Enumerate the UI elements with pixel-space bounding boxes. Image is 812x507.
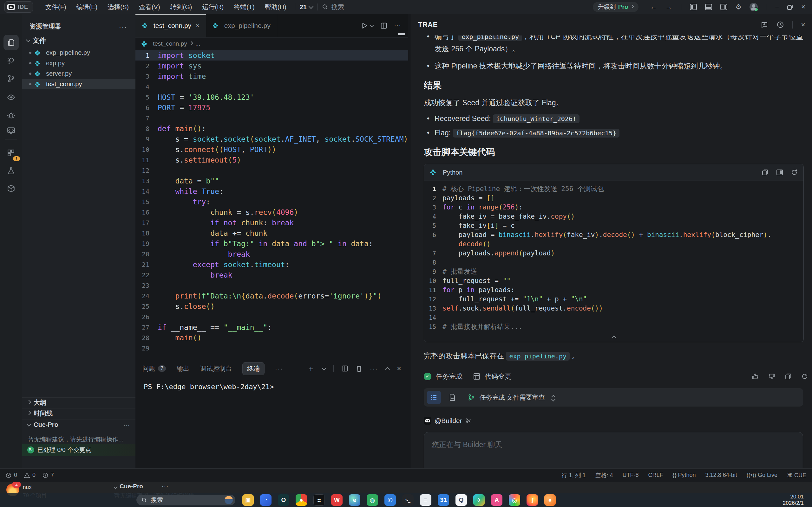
breadcrumb[interactable]: test_conn.py ... <box>136 38 408 50</box>
activity-package-box-icon[interactable] <box>3 181 19 196</box>
split-terminal-icon[interactable] <box>341 365 348 372</box>
status-errors[interactable]: 0 <box>6 472 17 478</box>
nav-forward-button[interactable]: → <box>661 3 676 10</box>
taskbar-search[interactable]: 搜索 <box>136 495 235 505</box>
taskbar-app-atom-icon[interactable]: ◎ <box>509 494 520 506</box>
cue-pro-status-bar[interactable]: ↻ 已处理 0/0 个变更点 <box>22 444 136 456</box>
activity-extensions-warning-icon[interactable]: ! <box>3 146 19 161</box>
activity-explorer-icon[interactable] <box>3 35 19 50</box>
taskbar-app-app-phone-icon[interactable]: ✆ <box>385 494 396 506</box>
status-item-1[interactable]: 空格: 4 <box>595 471 613 479</box>
activity-code-console-icon[interactable] <box>3 123 19 138</box>
status-item-0[interactable]: 行 1, 列 1 <box>561 471 586 479</box>
taskbar-app-app-blue-icon[interactable]: ◔ <box>260 494 271 506</box>
sidebar-more-button[interactable]: ··· <box>119 23 127 31</box>
close-window-button[interactable]: × <box>797 3 809 10</box>
files-section-header[interactable]: 文件 <box>27 36 46 45</box>
taskbar-app-orange-ball-icon[interactable]: ● <box>544 494 556 506</box>
menu-item-5[interactable]: 运行(R) <box>198 1 228 13</box>
taskbar-app-calendar-icon[interactable]: 31 <box>438 494 449 506</box>
regenerate-icon[interactable] <box>801 373 808 380</box>
code-changes-label[interactable]: 代码变更 <box>485 371 511 383</box>
status-warnings[interactable]: 0 <box>24 472 36 478</box>
status-item-3[interactable]: CRLF <box>648 472 663 478</box>
taskbar-app-apifox-icon[interactable]: A <box>491 494 502 506</box>
terminal-prompt[interactable]: PS F:\edge browser\web-2day\21> <box>144 383 274 391</box>
panel-tab-终端[interactable]: 终端 <box>243 362 264 375</box>
review-list-button[interactable] <box>427 391 441 404</box>
activity-search-icon[interactable] <box>3 53 19 68</box>
outline-section[interactable]: 大纲 <box>22 397 136 407</box>
editor-tab-exp_pipeline.py[interactable]: exp_pipeline.py <box>206 14 277 38</box>
review-status-label[interactable]: 任务完成 文件需要审查 <box>479 391 545 403</box>
activity-debug-bug-icon[interactable] <box>3 108 19 123</box>
settings-gear-icon[interactable]: ⚙ <box>731 3 746 10</box>
status-item-4[interactable]: {} Python <box>673 472 696 478</box>
close-panel-button[interactable]: × <box>397 364 401 373</box>
taskbar-clock[interactable]: 20:01 2026/2/1 <box>783 494 804 506</box>
inline-code-chip[interactable]: exp_pipeline.py <box>458 36 522 41</box>
user-avatar[interactable] <box>750 3 758 11</box>
new-terminal-button[interactable]: ＋ <box>307 363 315 374</box>
flag-value-chip[interactable]: flag{f5dee67e-02af-4a88-89ba-2c572b6bec1… <box>453 129 620 137</box>
run-python-button[interactable] <box>361 22 373 29</box>
menu-item-4[interactable]: 转到(G) <box>166 1 196 13</box>
copy-code-icon[interactable] <box>762 169 768 176</box>
activity-test-flask-icon[interactable] <box>3 163 19 178</box>
panel-tab-问题[interactable]: 问题7 <box>142 364 166 373</box>
global-search[interactable]: 搜索 <box>322 3 344 11</box>
app-logo[interactable]: IDE <box>4 1 33 13</box>
status-item-6[interactable]: ((•)) Go Live <box>747 472 777 478</box>
thumbs-down-icon[interactable] <box>768 373 775 380</box>
builder-context-chip[interactable]: @Builder <box>424 415 808 427</box>
nav-back-button[interactable]: ← <box>646 3 661 10</box>
kill-terminal-trash-icon[interactable] <box>356 365 362 372</box>
taskbar-app-notepad-icon[interactable]: ≡ <box>420 494 432 506</box>
cue-pro-more-button[interactable]: ··· <box>123 421 130 429</box>
taskbar-app-feishu-icon[interactable]: ✈ <box>473 494 485 506</box>
upgrade-pro-button[interactable]: 升级到 Pro <box>593 2 639 12</box>
toggle-right-panel-button[interactable] <box>716 4 731 10</box>
thumbs-up-icon[interactable] <box>752 373 759 380</box>
seed-value-chip[interactable]: iChunQiu_Winter_2026! <box>493 114 579 123</box>
history-icon[interactable] <box>776 21 784 29</box>
file-item-test_conn.py[interactable]: test_conn.py <box>22 79 136 89</box>
collapse-code-button[interactable] <box>424 332 803 342</box>
panel-more-button[interactable]: ··· <box>370 365 378 372</box>
chat-input-box[interactable]: 您正在与 Builder 聊天 @ # Gemini-3-Pro-Preview… <box>424 432 803 468</box>
terminal-picker-chevron[interactable] <box>322 365 327 371</box>
split-editor-icon[interactable] <box>380 22 387 29</box>
workspace-picker[interactable]: 21 <box>300 3 313 11</box>
taskbar-app-wps-icon[interactable]: W <box>331 494 343 506</box>
insert-code-icon[interactable] <box>776 169 783 176</box>
menu-item-6[interactable]: 终端(T) <box>230 1 259 13</box>
copy-message-icon[interactable] <box>785 373 792 380</box>
close-panel-icon[interactable]: × <box>801 20 805 29</box>
new-chat-icon[interactable] <box>761 21 768 29</box>
menu-item-2[interactable]: 选择(S) <box>103 1 133 13</box>
maximize-panel-icon[interactable] <box>385 367 390 372</box>
timeline-section[interactable]: 时间线 <box>22 408 136 418</box>
toggle-bottom-panel-button[interactable] <box>701 4 716 10</box>
activity-source-control-icon[interactable] <box>3 71 19 86</box>
panel-tab-输出[interactable]: 输出 <box>177 364 189 373</box>
editor-more-button[interactable]: ··· <box>394 23 401 29</box>
taskbar-app-file-explorer-icon[interactable]: ▣ <box>242 494 254 506</box>
status-infos[interactable]: 7 <box>43 472 54 478</box>
taskbar-app-app-teal-icon[interactable]: O <box>278 494 289 506</box>
toggle-left-panel-button[interactable] <box>686 4 701 10</box>
review-expand-icon[interactable] <box>552 394 555 401</box>
activity-preview-eye-icon[interactable] <box>3 90 19 105</box>
refresh-code-icon[interactable] <box>791 169 798 176</box>
cue-pro-section[interactable]: Cue-Pro ··· <box>22 419 136 430</box>
status-item-5[interactable]: 3.12.8 64-bit <box>705 472 737 478</box>
menu-item-1[interactable]: 编辑(E) <box>72 1 102 13</box>
editor-tab-test_conn.py[interactable]: test_conn.py× <box>136 14 206 38</box>
file-item-exp_pipeline.py[interactable]: exp_pipeline.py <box>22 48 136 58</box>
close-tab-icon[interactable]: × <box>196 22 200 30</box>
code-editor[interactable]: 1import socket2import sys3import time45H… <box>136 50 408 360</box>
scissors-icon[interactable] <box>465 418 471 424</box>
taskbar-app-chrome-icon[interactable]: ● <box>296 494 307 506</box>
status-item-2[interactable]: UTF-8 <box>623 472 639 478</box>
taskbar-app-terminal-icon[interactable]: >_ <box>402 494 414 506</box>
